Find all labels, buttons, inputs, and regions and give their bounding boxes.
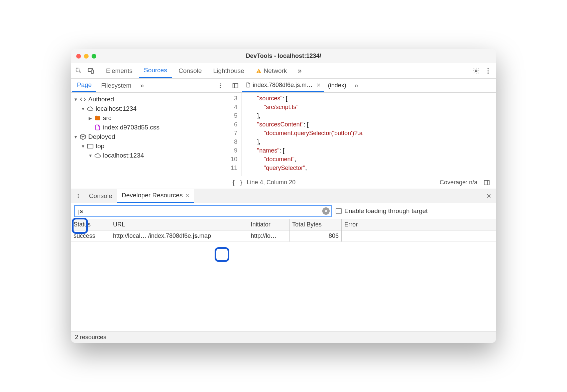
line-gutter: 34567891011 bbox=[228, 93, 242, 176]
toggle-navigator-icon[interactable] bbox=[229, 80, 241, 92]
drawer-tabs: Console Developer Resources × × bbox=[71, 189, 496, 203]
checkbox-icon[interactable] bbox=[336, 208, 342, 214]
zoom-window-icon[interactable] bbox=[92, 54, 96, 59]
svg-point-10 bbox=[220, 85, 221, 86]
enable-loading-checkbox[interactable]: Enable loading through target bbox=[336, 207, 428, 215]
drawer-statusbar: 2 resources bbox=[71, 331, 496, 343]
col-url[interactable]: URL bbox=[110, 219, 248, 230]
navigator-tab-page[interactable]: Page bbox=[72, 79, 96, 92]
editor-tab-jsmap[interactable]: index.7808df6e.js.m… × bbox=[242, 79, 324, 92]
cell-error bbox=[342, 230, 496, 241]
device-toggle-icon[interactable] bbox=[85, 65, 97, 77]
svg-point-5 bbox=[475, 70, 477, 72]
filter-input-wrap: ✕ bbox=[74, 205, 332, 217]
checkbox-label-text: Enable loading through target bbox=[344, 207, 428, 215]
clear-filter-icon[interactable]: ✕ bbox=[322, 207, 330, 215]
drawer-menu-icon[interactable] bbox=[72, 190, 84, 202]
frame-icon bbox=[87, 143, 94, 150]
svg-rect-2 bbox=[91, 70, 93, 73]
editor-tab-index[interactable]: (index) bbox=[325, 79, 350, 92]
tree-host[interactable]: ▼ localhost:1234 bbox=[72, 104, 226, 113]
tab-lighthouse[interactable]: Lighthouse bbox=[209, 63, 249, 78]
drawer-tab-devresources[interactable]: Developer Resources × bbox=[117, 189, 194, 203]
tree-group-authored[interactable]: ▼ Authored bbox=[72, 95, 226, 104]
separator bbox=[99, 67, 99, 75]
cloud-icon bbox=[87, 105, 94, 112]
svg-point-11 bbox=[220, 87, 221, 88]
svg-rect-15 bbox=[484, 180, 489, 185]
navigator-tab-filesystem[interactable]: Filesystem bbox=[96, 79, 136, 92]
navigator-menu-icon[interactable] bbox=[214, 80, 226, 92]
tree-folder-src[interactable]: ▶ src bbox=[72, 113, 226, 123]
close-drawer-tab-icon[interactable]: × bbox=[185, 192, 189, 199]
tab-sources[interactable]: Sources bbox=[139, 63, 172, 78]
navigator-sidebar: Page Filesystem » ▼ Authored ▼ bbox=[71, 79, 228, 189]
window-controls[interactable] bbox=[76, 54, 96, 59]
more-navigator-tabs-icon[interactable]: » bbox=[136, 80, 148, 92]
settings-icon[interactable] bbox=[470, 65, 482, 77]
sources-upper: Page Filesystem » ▼ Authored ▼ bbox=[71, 79, 496, 189]
resources-table-body[interactable]: success http://local… /index.7808df6e.js… bbox=[71, 230, 496, 331]
pretty-print-icon[interactable]: { } bbox=[231, 177, 243, 189]
devtools-window: DevTools - localhost:1234/ Elements Sour… bbox=[71, 49, 496, 343]
tree-top[interactable]: ▼ top bbox=[72, 141, 226, 151]
cursor-position: Line 4, Column 20 bbox=[247, 179, 296, 186]
filter-toolbar: ✕ Enable loading through target bbox=[71, 203, 496, 219]
sources-panel: Page Filesystem » ▼ Authored ▼ bbox=[71, 79, 496, 343]
window-title: DevTools - localhost:1234/ bbox=[71, 53, 496, 60]
close-tab-icon[interactable]: × bbox=[315, 81, 321, 89]
tab-console[interactable]: Console bbox=[174, 63, 207, 78]
code-editor[interactable]: 34567891011 "sources": [ "src/script.ts"… bbox=[228, 93, 496, 176]
more-editor-tabs-icon[interactable]: » bbox=[350, 80, 362, 92]
cell-url: http://local… /index.7808df6e.js.map bbox=[110, 230, 248, 241]
file-tree[interactable]: ▼ Authored ▼ localhost:1234 ▶ src bbox=[71, 93, 228, 189]
cell-initiator: http://lo… bbox=[248, 230, 290, 241]
minimize-window-icon[interactable] bbox=[84, 54, 89, 59]
drawer: Console Developer Resources × × ✕ Enable… bbox=[71, 189, 496, 343]
svg-point-19 bbox=[78, 197, 79, 198]
tree-label: top bbox=[96, 142, 104, 150]
coverage-status: Coverage: n/a bbox=[440, 179, 477, 186]
svg-rect-13 bbox=[233, 83, 238, 88]
tree-label: src bbox=[103, 114, 111, 122]
code-icon bbox=[80, 96, 86, 103]
svg-point-17 bbox=[78, 194, 79, 195]
tree-label: index.d9703d55.css bbox=[103, 124, 159, 131]
tab-elements[interactable]: Elements bbox=[101, 63, 137, 78]
close-drawer-icon[interactable]: × bbox=[483, 190, 495, 202]
svg-point-9 bbox=[220, 83, 221, 84]
svg-rect-3 bbox=[258, 70, 259, 72]
col-bytes[interactable]: Total Bytes bbox=[290, 219, 342, 230]
col-error[interactable]: Error bbox=[342, 219, 496, 230]
code-content[interactable]: "sources": [ "src/script.ts" ], "sources… bbox=[242, 93, 496, 176]
tab-network[interactable]: Network bbox=[251, 63, 292, 78]
panel-tabs: Elements Sources Console Lighthouse Netw… bbox=[101, 63, 466, 78]
separator bbox=[468, 67, 468, 75]
close-window-icon[interactable] bbox=[76, 54, 81, 59]
filter-input[interactable] bbox=[74, 205, 332, 217]
svg-point-8 bbox=[487, 72, 489, 74]
cell-bytes: 806 bbox=[290, 230, 342, 241]
resource-count: 2 resources bbox=[75, 334, 106, 341]
folder-icon bbox=[94, 115, 101, 121]
more-tabs-icon[interactable]: » bbox=[294, 65, 306, 77]
toggle-debugger-icon[interactable] bbox=[481, 177, 493, 189]
tree-label: Deployed bbox=[88, 133, 115, 140]
table-row[interactable]: success http://local… /index.7808df6e.js… bbox=[71, 230, 496, 242]
tree-file-css[interactable]: ▶ index.d9703d55.css bbox=[72, 123, 226, 132]
titlebar: DevTools - localhost:1234/ bbox=[71, 49, 496, 63]
editor-statusbar: { } Line 4, Column 20 Coverage: n/a bbox=[228, 176, 496, 189]
file-icon bbox=[245, 82, 251, 88]
editor-tabs: index.7808df6e.js.m… × (index) » bbox=[228, 79, 496, 93]
svg-rect-4 bbox=[258, 72, 259, 73]
tree-deployed-host[interactable]: ▼ localhost:1234 bbox=[72, 151, 226, 160]
resources-table-header: Status URL Initiator Total Bytes Error bbox=[71, 219, 496, 230]
tree-group-deployed[interactable]: ▼ Deployed bbox=[72, 132, 226, 141]
inspect-element-icon[interactable] bbox=[73, 65, 85, 77]
col-status[interactable]: Status bbox=[71, 219, 110, 230]
tree-label: Authored bbox=[88, 96, 114, 103]
drawer-tab-console[interactable]: Console bbox=[84, 189, 117, 203]
cell-status: success bbox=[71, 230, 110, 241]
kebab-menu-icon[interactable] bbox=[482, 65, 494, 77]
col-initiator[interactable]: Initiator bbox=[248, 219, 290, 230]
